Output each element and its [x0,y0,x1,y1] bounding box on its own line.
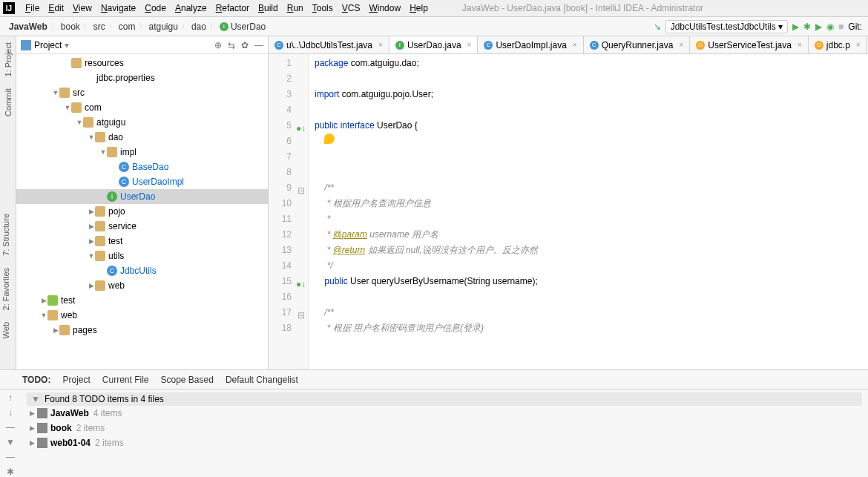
breadcrumb-book[interactable]: book [58,22,83,32]
close-icon[interactable]: × [573,41,577,49]
todo-group[interactable]: ▶book2 items [27,421,862,435]
menu-vcs[interactable]: VCS [338,1,365,15]
debug-icon[interactable]: ✱ [803,22,811,32]
tree-node-dao[interactable]: ▼dao [16,130,268,145]
tree-label: utils [108,251,124,261]
gutter-implements-icon[interactable]: ●↓ [296,121,305,130]
menu-tools[interactable]: Tools [308,1,338,15]
run-icon[interactable]: ▶ [792,22,799,32]
coverage-icon[interactable]: ▶ [815,22,822,32]
todo-tab[interactable]: Current File [102,375,149,385]
tree-label: pojo [108,206,125,217]
tree-node-impl[interactable]: ▼impl [16,145,268,159]
hide-icon[interactable]: — [254,40,263,50]
tree-node-web[interactable]: ▶web [16,278,268,293]
editor-tab[interactable]: OUserServiceTest.java× [690,36,809,53]
settings-icon[interactable]: ✿ [241,40,249,50]
project-tree[interactable]: resourcesjdbc.properties▼src▼com▼atguigu… [16,54,268,369]
tool-tab-favorites[interactable]: 2: Favorites [0,262,12,316]
close-icon[interactable]: × [679,41,683,49]
tree-label: BaseDao [132,162,168,172]
menu-refactor[interactable]: Refactor [211,1,254,15]
fold-icon[interactable]: ⊟ [296,308,305,317]
editor-tab[interactable]: IUserDao.java× [389,36,479,53]
project-view-label[interactable]: Project [34,40,62,50]
menu-run[interactable]: Run [283,1,308,15]
expand-icon[interactable]: ↑ [8,392,13,403]
folder-icon [95,132,105,142]
tree-node-web[interactable]: ▼web [16,308,268,323]
breadcrumb-atguigu[interactable]: atguigu [146,22,181,32]
gutter-implements-icon[interactable]: ●↓ [296,277,305,286]
todo-tab[interactable]: Project [62,375,90,385]
editor-tab[interactable]: Cu\..\JdbcUtilsTest.java× [269,36,389,53]
menu-build[interactable]: Build [254,1,283,15]
tree-node-utils[interactable]: ▼utils [16,249,268,263]
tool-tab-structure[interactable]: 7: Structure [0,208,12,262]
tree-node-com[interactable]: ▼com [16,100,268,115]
menu-file[interactable]: File [21,1,44,15]
filter-icon[interactable]: ▼ [6,437,15,447]
collapse-icon[interactable]: ↓ [8,407,13,418]
fold-icon[interactable]: ⊟ [296,183,305,192]
tree-node-resources[interactable]: resources [16,56,268,70]
tree-node-src[interactable]: ▼src [16,85,268,100]
tool-tab-web[interactable]: Web [0,316,12,344]
close-icon[interactable]: × [467,41,472,49]
editor-tab[interactable]: CUserDaoImpl.java× [478,36,583,53]
tree-node-service[interactable]: ▶service [16,219,268,234]
tree-node-pages[interactable]: ▶pages [16,323,268,338]
tree-node-jdbcutils[interactable]: CJdbcUtils [16,263,268,278]
tab-label: UserDao.java [407,40,461,50]
int-icon: I [107,191,117,202]
tool-tab-project[interactable]: 1: Project [2,36,14,82]
close-icon[interactable]: × [378,41,383,49]
close-icon[interactable]: × [798,41,802,49]
tool-tab-commit[interactable]: Commit [2,82,14,122]
todo-group[interactable]: ▶JavaWeb4 items [27,406,862,421]
menu-window[interactable]: Window [364,1,405,15]
tree-label: src [73,88,85,98]
todo-group[interactable]: ▶web01-042 items [27,435,862,450]
menu-help[interactable]: Help [405,1,433,15]
close-icon[interactable]: × [856,41,861,49]
cls-icon: C [107,266,117,276]
breadcrumb-javaweb[interactable]: JavaWeb [6,22,50,32]
todo-tab[interactable]: Default Changelist [226,375,298,385]
collapse-icon[interactable]: ⇆ [228,40,235,50]
breadcrumb-userdao[interactable]: IUserDao [217,22,269,32]
todo-tab[interactable]: Scope Based [161,375,214,385]
editor-tab[interactable]: Ojdbc.p× [809,36,867,53]
tree-node-atguigu[interactable]: ▼atguigu [16,115,268,130]
stop-icon[interactable]: ■ [838,22,844,32]
tab-label: jdbc.p [826,40,850,50]
code-body[interactable]: package com.atguigu.dao; import com.atgu… [309,54,868,369]
tree-node-jdbc.properties[interactable]: jdbc.properties [16,70,268,85]
run-config-dropdown[interactable]: JdbcUtilsTest.testJdbcUtils ▾ [665,20,788,33]
editor-tab[interactable]: CQueryRunner.java× [584,36,691,53]
menu-view[interactable]: View [68,1,96,15]
tree-label: pages [73,325,97,335]
menu-code[interactable]: Code [140,1,171,15]
code-editor[interactable]: 12345●↓6789⊟101112131415●↓1617⊟18 packag… [269,54,868,369]
tree-node-userdao[interactable]: IUserDao [16,189,268,204]
tree-node-pojo[interactable]: ▶pojo [16,204,268,219]
build-icon[interactable]: ↘ [654,22,661,32]
tree-node-test[interactable]: ▶test [16,234,268,249]
menu-edit[interactable]: Edit [44,1,68,15]
breadcrumb-com[interactable]: com [116,22,139,32]
tree-node-basedao[interactable]: CBaseDao [16,159,268,174]
tree-node-userdaoimpl[interactable]: CUserDaoImpl [16,174,268,189]
tab-label: u\..\JdbcUtilsTest.java [286,40,372,50]
tree-node-test[interactable]: ▶test [16,293,268,308]
profile-icon[interactable]: ◉ [826,22,834,32]
file-icon [83,73,93,83]
menu-navigate[interactable]: Navigate [96,1,140,15]
locate-icon[interactable]: ⊕ [214,40,222,50]
menu-analyze[interactable]: Analyze [171,1,211,15]
autoscroll-icon[interactable]: ✱ [7,467,14,477]
breadcrumb-src[interactable]: src [91,22,108,32]
breadcrumb-dao[interactable]: dao [188,22,209,32]
tab-label: QueryRunner.java [602,40,674,50]
todo-tab[interactable]: TODO: [22,375,50,385]
